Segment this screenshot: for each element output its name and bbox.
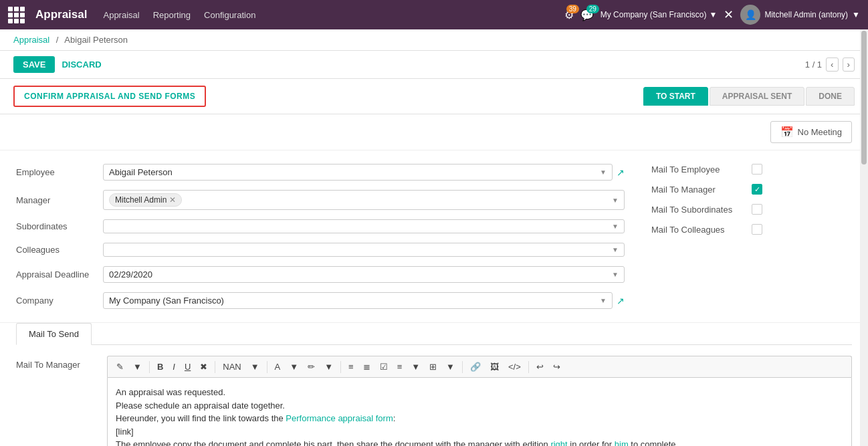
subordinates-row: Subordinates ▼: [16, 219, 625, 233]
toolbar-image[interactable]: 🖼: [487, 360, 502, 373]
employee-row: Employee Abigail Peterson ▼ ↗: [16, 164, 625, 181]
pager: 1 / 1 ‹ ›: [805, 58, 855, 72]
form-right: Mail To Employee Mail To Manager Mail To…: [651, 164, 852, 309]
toolbar-link[interactable]: 🔗: [467, 360, 484, 373]
mail-colleagues-checkbox[interactable]: [752, 224, 762, 235]
toolbar-pen-dropdown[interactable]: ▼: [130, 360, 145, 373]
user-name: Mitchell Admin (antony): [764, 10, 848, 19]
save-button[interactable]: SAVE: [13, 56, 55, 73]
manager-select[interactable]: Mitchell Admin ✕ ▼: [103, 190, 625, 210]
editor-line-1: An appraisal was requested.: [116, 386, 843, 399]
toolbar-divider-1: [149, 361, 150, 373]
manager-dropdown-icon: ▼: [612, 197, 619, 204]
company-select-field[interactable]: My Company (San Francisco) ▼: [103, 292, 613, 309]
confirm-appraisal-button[interactable]: CONFIRM APPRAISAL AND SEND FORMS: [13, 86, 206, 107]
toolbar-redo[interactable]: ↪: [550, 360, 564, 373]
editor-line-3-suffix: :: [393, 413, 396, 423]
editor-line-5-link: right: [550, 439, 567, 446]
grid-icon[interactable]: [8, 7, 25, 23]
form-left: Employee Abigail Peterson ▼ ↗ Manager Mi…: [16, 164, 625, 309]
editor-line-5-suffix2: to complete: [629, 439, 676, 446]
pager-next[interactable]: ›: [843, 58, 855, 72]
employee-select[interactable]: Abigail Peterson ▼: [103, 164, 613, 181]
company-dropdown-icon: ▼: [600, 297, 607, 304]
messages-icon[interactable]: 💬 29: [580, 9, 594, 21]
toolbar-color-dropdown[interactable]: ▼: [286, 360, 302, 373]
activity-icon[interactable]: ⚙ 39: [564, 9, 574, 21]
toolbar-unordered-list[interactable]: ≡: [345, 360, 357, 373]
toolbar-pen[interactable]: ✎: [113, 360, 127, 373]
toolbar-font-dropdown[interactable]: ▼: [247, 360, 263, 373]
mail-manager-row: Mail To Manager: [651, 184, 852, 195]
company-name: My Company (San Francisco): [601, 10, 707, 19]
no-meeting-label: No Meeting: [798, 127, 842, 137]
toolbar-table[interactable]: ⊞: [426, 360, 440, 373]
breadcrumb-separator: /: [56, 35, 59, 45]
user-menu[interactable]: 👤 Mitchell Admin (antony) ▼: [740, 5, 860, 25]
toolbar-highlight-dropdown[interactable]: ▼: [321, 360, 336, 373]
calendar-icon: 📅: [780, 126, 794, 138]
status-tab-appraisal-sent[interactable]: APPRAISAL SENT: [710, 87, 804, 106]
nav-reporting[interactable]: Reporting: [153, 10, 191, 20]
close-button[interactable]: ✕: [724, 7, 734, 22]
editor-line-3: Hereunder, you will find the link toward…: [116, 412, 843, 425]
toolbar-italic[interactable]: I: [169, 360, 179, 373]
toolbar-divider-6: [528, 361, 529, 373]
toolbar-divider-5: [462, 361, 463, 373]
subordinates-select[interactable]: ▼: [103, 219, 625, 233]
toolbar-code[interactable]: </>: [505, 360, 524, 373]
toolbar-undo[interactable]: ↩: [533, 360, 547, 373]
manager-tag-remove[interactable]: ✕: [169, 195, 176, 205]
toolbar-bold[interactable]: B: [154, 360, 167, 373]
app-title: Appraisal: [35, 8, 87, 21]
toolbar-align[interactable]: ≡: [394, 360, 406, 373]
editor-line-5-link2: him: [615, 439, 629, 446]
company-field: My Company (San Francisco) ▼ ↗: [103, 292, 625, 309]
employee-field: Abigail Peterson ▼ ↗: [103, 164, 625, 181]
no-meeting-button[interactable]: 📅 No Meeting: [770, 121, 852, 143]
editor-line-2: Please schedule an appraisal date togeth…: [116, 399, 843, 413]
mail-employee-row: Mail To Employee: [651, 164, 852, 175]
mail-subordinates-label: Mail To Subordinates: [651, 205, 745, 215]
nav-configuration[interactable]: Configuration: [204, 10, 255, 20]
toolbar-table-dropdown[interactable]: ▼: [443, 360, 458, 373]
mail-tab-send[interactable]: Mail To Send: [16, 323, 92, 345]
editor-line-4: [link]: [116, 425, 843, 439]
editor-line-5-prefix: The employee copy the document and compl…: [116, 439, 550, 446]
discard-button[interactable]: DISCARD: [62, 60, 101, 70]
company-value: My Company (San Francisco): [109, 296, 224, 306]
toolbar-font-color[interactable]: A: [272, 360, 284, 373]
toolbar-align-dropdown[interactable]: ▼: [408, 360, 423, 373]
toolbar-checklist[interactable]: ☑: [376, 360, 391, 373]
pager-count: 1 / 1: [805, 60, 822, 70]
toolbar-strikethrough[interactable]: ✖: [197, 360, 211, 373]
mail-to-manager-label: Mail To Manager: [16, 356, 96, 446]
deadline-dropdown-icon: ▼: [612, 271, 619, 278]
mail-section: Mail To Send Mail To Manager ✎ ▼ B I U ✖: [0, 322, 868, 446]
mail-subordinates-row: Mail To Subordinates: [651, 204, 852, 215]
scrollbar[interactable]: [860, 29, 868, 446]
company-external-link-icon[interactable]: ↗: [617, 296, 625, 306]
scrollbar-thumb: [861, 31, 867, 164]
status-tab-done[interactable]: DONE: [806, 87, 855, 106]
editor-content[interactable]: An appraisal was requested. Please sched…: [107, 377, 852, 446]
mail-editor-section: Mail To Manager ✎ ▼ B I U ✖ NAN ▼: [16, 345, 852, 446]
company-select[interactable]: My Company (San Francisco) ▼: [601, 10, 718, 19]
toolbar-highlight[interactable]: ✏: [304, 360, 318, 373]
toolbar-underline[interactable]: U: [181, 360, 194, 373]
toolbar-divider-4: [340, 361, 341, 373]
nav-appraisal[interactable]: Appraisal: [103, 10, 139, 20]
employee-external-link-icon[interactable]: ↗: [617, 167, 625, 178]
status-tab-to-start[interactable]: TO START: [643, 87, 708, 106]
colleagues-select[interactable]: ▼: [103, 243, 625, 257]
form-section: Employee Abigail Peterson ▼ ↗ Manager Mi…: [0, 150, 868, 322]
pager-prev[interactable]: ‹: [826, 58, 838, 72]
mail-employee-checkbox[interactable]: [752, 164, 762, 175]
toolbar-ordered-list[interactable]: ≣: [360, 360, 374, 373]
employee-label: Employee: [16, 167, 96, 177]
mail-manager-checkbox[interactable]: [752, 184, 762, 195]
breadcrumb-parent[interactable]: Appraisal: [13, 35, 49, 45]
mail-subordinates-checkbox[interactable]: [752, 204, 762, 215]
deadline-select[interactable]: 02/29/2020 ▼: [103, 266, 625, 283]
toolbar-font-size[interactable]: NAN: [219, 360, 244, 373]
